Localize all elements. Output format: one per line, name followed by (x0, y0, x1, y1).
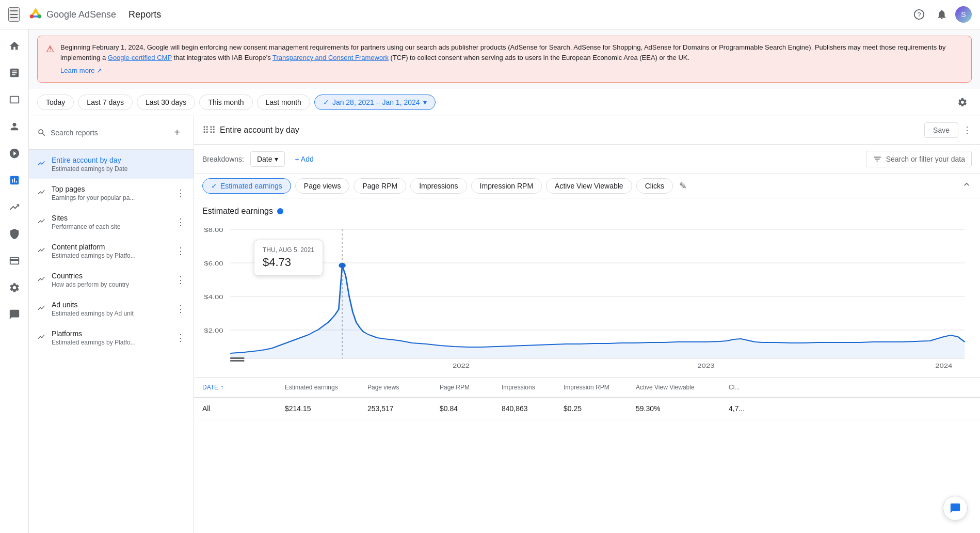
chat-fab[interactable] (943, 496, 968, 521)
chat-icon (950, 503, 961, 514)
table-header: DATE ↑ Estimated earnings Page views Pag… (194, 378, 980, 398)
sidebar-item-sites[interactable]: Sites Performance of each site ⋮ (29, 208, 194, 237)
tcf-link[interactable]: Transparency and Consent Framework (272, 54, 389, 61)
sidebar-item-icon-sites (37, 217, 45, 227)
countries-more-button[interactable]: ⋮ (176, 274, 185, 286)
metric-tabs: ✓ Estimated earnings Page views Page RPM… (194, 174, 980, 198)
learn-more-link[interactable]: Learn more ↗ (60, 66, 963, 76)
app-title: Google AdSense (46, 9, 116, 20)
sidebar-item-countries[interactable]: Countries How ads perform by country ⋮ (29, 265, 194, 294)
chart-dot (277, 208, 283, 214)
nav-icons: ? S (910, 5, 972, 24)
th-impression-rpm[interactable]: Impression RPM (564, 384, 636, 391)
icon-rail (0, 29, 29, 533)
chart-area: Estimated earnings THU, AUG 5, 2021 $4.7… (194, 198, 980, 378)
avatar[interactable]: S (955, 6, 972, 23)
ad-units-more-button[interactable]: ⋮ (176, 303, 185, 315)
notifications-button[interactable] (933, 5, 951, 24)
custom-range-filter[interactable]: ✓ Jan 28, 2021 – Jan 1, 2024 ▾ (314, 95, 436, 110)
rail-settings[interactable] (2, 275, 27, 300)
sidebar-item-text-content-platform: Content platform Estimated earnings by P… (52, 243, 170, 259)
collapse-chart-button[interactable] (961, 179, 972, 192)
last30-filter[interactable]: Last 30 days (137, 95, 195, 110)
sidebar-item-text-platforms: Platforms Estimated earnings by Platfo..… (52, 330, 170, 346)
rail-shield[interactable] (2, 222, 27, 246)
last7-filter[interactable]: Last 7 days (78, 95, 133, 110)
sidebar-item-text-top-pages: Top pages Earnings for your popular pa..… (52, 185, 170, 201)
sidebar-item-ad-units[interactable]: Ad units Estimated earnings by Ad unit ⋮ (29, 294, 194, 323)
rail-content[interactable] (2, 60, 27, 85)
tab-impression-rpm[interactable]: Impression RPM (471, 178, 542, 194)
filter-data-button[interactable]: Search or filter your data (866, 151, 972, 167)
sidebar-item-icon-top-pages (37, 188, 45, 198)
logo: Google AdSense (28, 7, 116, 22)
today-filter[interactable]: Today (37, 95, 74, 110)
content-area: ⚠ Beginning February 1, 2024, Google wil… (29, 29, 980, 533)
rail-block[interactable] (2, 141, 27, 166)
cell-page-views: 253,517 (367, 404, 440, 413)
sites-more-button[interactable]: ⋮ (176, 216, 185, 228)
th-estimated-earnings[interactable]: Estimated earnings (285, 384, 367, 391)
reports-settings-button[interactable] (953, 93, 972, 112)
tab-estimated-earnings[interactable]: ✓ Estimated earnings (202, 178, 291, 194)
cmp-link[interactable]: Google-certified CMP (108, 54, 172, 61)
tab-active-view-viewable[interactable]: Active View Viewable (546, 178, 632, 194)
th-page-views[interactable]: Page views (367, 384, 440, 391)
cell-date: All (202, 404, 285, 413)
search-reports-bar: Search reports + (29, 116, 194, 150)
svg-point-1 (38, 14, 42, 19)
tab-page-rpm[interactable]: Page RPM (354, 178, 406, 194)
tab-clicks[interactable]: Clicks (636, 178, 673, 194)
this-month-filter[interactable]: This month (199, 95, 252, 110)
rail-ads[interactable] (2, 87, 27, 112)
edit-metrics-button[interactable]: ✎ (679, 180, 687, 192)
svg-point-2 (30, 14, 34, 19)
th-impressions[interactable]: Impressions (502, 384, 564, 391)
chart-container: THU, AUG 5, 2021 $4.73 $8.00 $6.00 $4.00… (202, 224, 972, 369)
breakdowns-bar: Breakdowns: Date ▾ + Add Search or filte… (194, 145, 980, 174)
sidebar-item-entire-account[interactable]: Entire account by day Estimated earnings… (29, 150, 194, 179)
help-button[interactable]: ? (910, 5, 928, 24)
sidebar-item-icon-content-platform (37, 246, 45, 256)
add-report-button[interactable]: + (169, 124, 185, 141)
report-header: ⠿⠿ Entire account by day Save ⋮ (194, 116, 980, 145)
report-more-button[interactable]: ⋮ (962, 124, 972, 136)
cell-clicks: 4,7... (729, 404, 770, 413)
sidebar-item-content-platform[interactable]: Content platform Estimated earnings by P… (29, 237, 194, 265)
th-active-view-viewable[interactable]: Active View Viewable (636, 384, 729, 391)
top-nav: ☰ Google AdSense Reports ? S (0, 0, 980, 29)
th-clicks[interactable]: Cl... (729, 384, 770, 391)
sidebar-item-icon-platforms (37, 333, 45, 343)
content-platform-more-button[interactable]: ⋮ (176, 245, 185, 257)
sidebar-item-platforms[interactable]: Platforms Estimated earnings by Platfo..… (29, 323, 194, 352)
filter-icon (873, 154, 882, 164)
platforms-more-button[interactable]: ⋮ (176, 332, 185, 343)
top-pages-more-button[interactable]: ⋮ (176, 187, 185, 199)
rail-trends[interactable] (2, 195, 27, 220)
th-date[interactable]: DATE ↑ (202, 384, 285, 391)
reports-area: Search reports + Entire account by day E… (29, 116, 980, 534)
breakdown-select[interactable]: Date ▾ (250, 151, 285, 167)
search-icon (37, 128, 46, 137)
last-month-filter[interactable]: Last month (257, 95, 310, 110)
cell-impressions: 840,863 (502, 404, 564, 413)
svg-text:2022: 2022 (453, 362, 470, 368)
rail-payments[interactable] (2, 248, 27, 273)
sidebar-item-top-pages[interactable]: Top pages Earnings for your popular pa..… (29, 179, 194, 208)
save-button[interactable]: Save (924, 122, 958, 138)
cell-active-view: 59.30% (636, 404, 729, 413)
rail-people[interactable] (2, 114, 27, 139)
search-reports-label[interactable]: Search reports (51, 129, 165, 137)
main-layout: ⚠ Beginning February 1, 2024, Google wil… (0, 29, 980, 533)
rail-home[interactable] (2, 34, 27, 58)
sidebar-item-text-ad-units: Ad units Estimated earnings by Ad unit (52, 301, 170, 317)
add-breakdown-button[interactable]: + Add (291, 152, 318, 166)
tab-page-views[interactable]: Page views (295, 178, 350, 194)
svg-rect-20 (230, 357, 244, 359)
th-page-rpm[interactable]: Page RPM (440, 384, 502, 391)
hamburger-menu[interactable]: ☰ (8, 7, 20, 22)
drag-handle[interactable]: ⠿⠿ (202, 124, 216, 136)
tab-impressions[interactable]: Impressions (410, 178, 467, 194)
rail-feedback[interactable] (2, 302, 27, 327)
rail-reports[interactable] (2, 168, 27, 193)
